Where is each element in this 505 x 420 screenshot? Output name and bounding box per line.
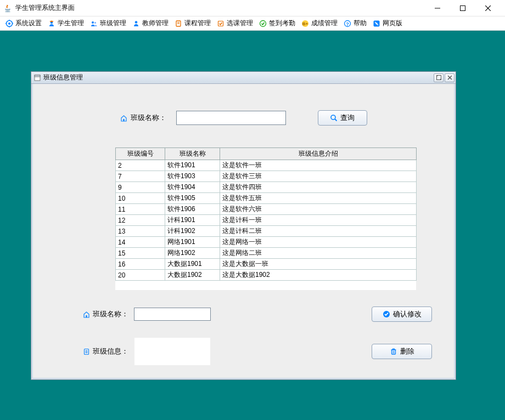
window-controls	[425, 1, 501, 16]
menu-label: 班级管理	[100, 19, 126, 28]
col-name[interactable]: 班级名称	[165, 148, 220, 160]
table-row[interactable]: 2软件1901这是软件一班	[116, 160, 417, 171]
table-cell[interactable]: 软件1906	[165, 204, 220, 215]
svg-line-32	[335, 119, 337, 121]
minimize-button[interactable]	[425, 1, 450, 16]
table-cell[interactable]: 11	[116, 204, 165, 215]
edit-info-textarea[interactable]	[134, 337, 211, 366]
table-cell[interactable]: 14	[116, 237, 165, 248]
menu-attendance[interactable]: 签到考勤	[256, 17, 298, 30]
table-row[interactable]: 9软件1904这是软件四班	[116, 182, 417, 193]
menu-label: 教师管理	[142, 19, 169, 28]
col-desc[interactable]: 班级信息介绍	[220, 148, 417, 160]
table-cell[interactable]: 计科1901	[165, 215, 220, 226]
table-row[interactable]: 15网络1902这是网络二班	[116, 248, 417, 259]
help-icon: ?	[343, 19, 352, 28]
table-cell[interactable]: 计科1902	[165, 226, 220, 237]
gear-icon	[5, 19, 14, 28]
query-button[interactable]: 查询	[318, 110, 367, 126]
table-row[interactable]: 16大数据1901这是大数据一班	[116, 259, 417, 270]
table-cell[interactable]: 13	[116, 226, 165, 237]
iframe-maximize-button[interactable]	[434, 73, 444, 82]
menu-class-management[interactable]: 班级管理	[87, 17, 129, 30]
table-cell[interactable]: 2	[116, 160, 165, 171]
window-titlebar: 学生管理系统主界面	[0, 0, 505, 16]
table-cell[interactable]: 9	[116, 182, 165, 193]
search-input[interactable]	[176, 111, 286, 125]
table-row[interactable]: 12计科1901这是计科一班	[116, 215, 417, 226]
svg-point-12	[92, 21, 94, 24]
menu-course-management[interactable]: 课程管理	[171, 17, 214, 30]
table-row[interactable]: 14网络1901这是网络一班	[116, 237, 417, 248]
table-cell[interactable]: 这是软件四班	[220, 182, 417, 193]
table-cell[interactable]: 这是软件六班	[220, 204, 417, 215]
trash-icon	[390, 348, 397, 355]
doc-icon	[82, 348, 90, 355]
close-button[interactable]	[475, 1, 501, 16]
menu-web-version[interactable]: 网页版	[369, 17, 405, 30]
table-cell[interactable]: 这是软件一班	[220, 160, 417, 171]
table-cell[interactable]: 10	[116, 193, 165, 204]
svg-rect-39	[391, 350, 395, 354]
col-id[interactable]: 班级编号	[116, 148, 165, 160]
iframe-close-button[interactable]	[445, 73, 454, 82]
menu-label: 学生管理	[58, 19, 84, 28]
table-cell[interactable]: 这是大数据一班	[220, 259, 417, 270]
table-row[interactable]: 7软件1903这是软件三班	[116, 171, 417, 182]
edit-name-input[interactable]	[134, 308, 211, 321]
svg-rect-33	[86, 315, 87, 317]
table-cell[interactable]: 网络1901	[165, 237, 220, 248]
score-icon: B+	[301, 19, 310, 28]
check-circle-icon	[383, 310, 390, 318]
internal-frame-class-info: 班级信息管理 班级名称：	[31, 71, 456, 380]
edit-form: 班级名称： 确认修改 班级信息：	[55, 307, 432, 366]
table-row[interactable]: 13计科1902这是计科二班	[116, 226, 417, 237]
table-cell[interactable]: 软件1904	[165, 182, 220, 193]
menu-student-management[interactable]: 学生管理	[44, 17, 87, 30]
table-cell[interactable]: 大数据1902	[165, 270, 220, 281]
svg-text:B+: B+	[302, 21, 308, 26]
table-cell[interactable]: 软件1905	[165, 193, 220, 204]
search-icon	[330, 114, 338, 122]
table-cell[interactable]: 这是计科一班	[220, 215, 417, 226]
table-cell[interactable]: 网络1902	[165, 248, 220, 259]
internal-frame-titlebar[interactable]: 班级信息管理	[31, 72, 456, 84]
delete-button-label: 删除	[400, 347, 414, 356]
table-cell[interactable]: 16	[116, 259, 165, 270]
table-cell[interactable]: 这是计科二班	[220, 226, 417, 237]
maximize-button[interactable]	[450, 1, 475, 16]
table-cell[interactable]: 这是大数据1902	[220, 270, 417, 281]
menu-label: 选课管理	[227, 19, 253, 28]
class-table[interactable]: 班级编号 班级名称 班级信息介绍 2软件1901这是软件一班7软件1903这是软…	[115, 147, 417, 281]
table-cell[interactable]: 12	[116, 215, 165, 226]
table-cell[interactable]: 这是软件三班	[220, 171, 417, 182]
select-icon	[216, 19, 225, 28]
table-row[interactable]: 20大数据1902这是大数据1902	[116, 270, 417, 281]
menu-system-settings[interactable]: 系统设置	[2, 17, 44, 30]
table-cell[interactable]: 软件1903	[165, 171, 220, 182]
menu-elective-management[interactable]: 选课管理	[214, 17, 256, 30]
menu-help[interactable]: ? 帮助	[340, 17, 369, 30]
table-row[interactable]: 10软件1905这是软件五班	[116, 193, 417, 204]
table-cell[interactable]: 这是网络一班	[220, 237, 417, 248]
table-cell[interactable]: 这是软件五班	[220, 193, 417, 204]
svg-point-0	[5, 11, 10, 12]
table-cell[interactable]: 20	[116, 270, 165, 281]
internal-frame-body: 班级名称： 查询	[31, 84, 456, 379]
svg-point-14	[135, 21, 138, 24]
table-cell[interactable]: 这是网络二班	[220, 248, 417, 259]
delete-button[interactable]: 删除	[372, 344, 432, 359]
svg-point-19	[260, 20, 266, 26]
table-header-row: 班级编号 班级名称 班级信息介绍	[116, 148, 417, 160]
menu-score-management[interactable]: B+ 成绩管理	[298, 17, 340, 30]
table-cell[interactable]: 7	[116, 171, 165, 182]
table-row[interactable]: 11软件1906这是软件六班	[116, 204, 417, 215]
search-label: 班级名称：	[120, 113, 166, 123]
table-cell[interactable]: 15	[116, 248, 165, 259]
menu-teacher-management[interactable]: 教师管理	[129, 17, 171, 30]
table-cell[interactable]: 大数据1901	[165, 259, 220, 270]
svg-rect-2	[461, 5, 465, 10]
table-cell[interactable]: 软件1901	[165, 160, 220, 171]
confirm-edit-button[interactable]: 确认修改	[372, 307, 432, 322]
menu-label: 课程管理	[184, 19, 211, 28]
